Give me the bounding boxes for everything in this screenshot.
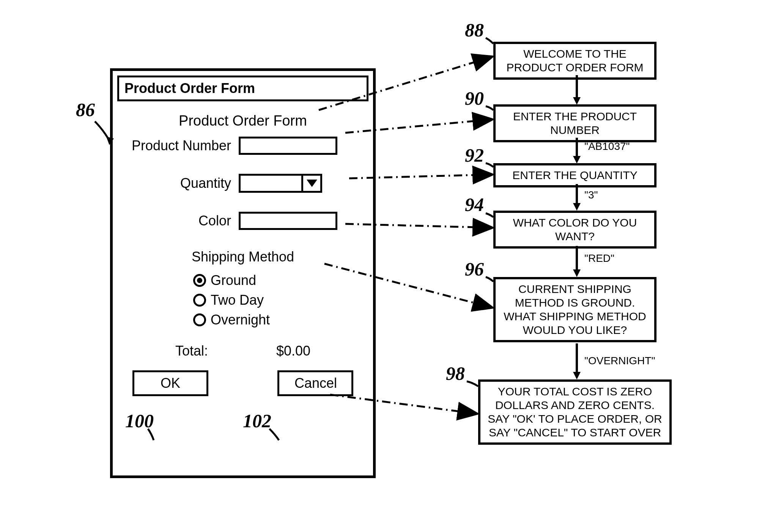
flow-step-6: YOUR TOTAL COST IS ZERO DOLLARS AND ZERO… bbox=[478, 379, 672, 445]
arrow-label-ab1037: "AB1037" bbox=[584, 140, 630, 153]
callout-98: 98 bbox=[446, 362, 465, 384]
flow-arrow bbox=[573, 343, 581, 379]
flow-step-3: ENTER THE QUANTITY bbox=[493, 163, 656, 187]
svg-marker-10 bbox=[573, 372, 581, 379]
callout-96: 96 bbox=[465, 258, 484, 280]
callout-100: 100 bbox=[125, 410, 154, 432]
svg-marker-0 bbox=[307, 179, 317, 187]
arrow-label-red: "RED" bbox=[584, 252, 614, 264]
radio-ground[interactable]: Ground bbox=[193, 272, 368, 288]
arrow-label-3: "3" bbox=[584, 189, 598, 201]
flow-step-2: ENTER THE PRODUCT NUMBER bbox=[493, 104, 656, 142]
chevron-down-icon[interactable] bbox=[301, 176, 320, 191]
shipping-method-group: Ground Two Day Overnight bbox=[117, 272, 368, 328]
title-bar: Product Order Form bbox=[117, 76, 368, 101]
product-number-label: Product Number bbox=[117, 138, 231, 154]
flow-step-4: WHAT COLOR DO YOU WANT? bbox=[493, 211, 656, 249]
flow-step-5: CURRENT SHIPPING METHOD IS GROUND. WHAT … bbox=[493, 277, 656, 342]
arrow-label-overnight: "OVERNIGHT" bbox=[584, 355, 655, 367]
svg-marker-6 bbox=[573, 203, 581, 211]
callout-90: 90 bbox=[465, 87, 484, 109]
radio-label: Overnight bbox=[211, 312, 270, 328]
callout-86: 86 bbox=[76, 99, 95, 121]
radio-icon bbox=[193, 313, 206, 326]
product-number-input[interactable] bbox=[239, 137, 337, 155]
cancel-button[interactable]: Cancel bbox=[277, 370, 353, 396]
svg-marker-2 bbox=[573, 97, 581, 105]
radio-label: Ground bbox=[211, 272, 256, 288]
total-value: $0.00 bbox=[276, 343, 310, 359]
svg-marker-4 bbox=[573, 156, 581, 164]
svg-marker-8 bbox=[573, 269, 581, 277]
flow-step-1: WELCOME TO THE PRODUCT ORDER FORM bbox=[493, 42, 656, 80]
callout-92: 92 bbox=[465, 144, 484, 166]
callout-102: 102 bbox=[243, 410, 271, 432]
radio-overnight[interactable]: Overnight bbox=[193, 312, 368, 328]
radio-label: Two Day bbox=[211, 292, 264, 308]
callout-88: 88 bbox=[465, 19, 484, 41]
form-heading: Product Order Form bbox=[117, 113, 368, 129]
flow-arrow bbox=[573, 184, 581, 211]
radio-icon bbox=[193, 294, 206, 307]
flow-arrow bbox=[573, 246, 581, 277]
shipping-method-label: Shipping Method bbox=[117, 249, 368, 265]
radio-two-day[interactable]: Two Day bbox=[193, 292, 368, 308]
quantity-dropdown[interactable] bbox=[239, 174, 322, 193]
callout-94: 94 bbox=[465, 194, 484, 216]
color-label: Color bbox=[117, 213, 231, 229]
ok-button[interactable]: OK bbox=[132, 370, 208, 396]
quantity-label: Quantity bbox=[117, 175, 231, 191]
radio-icon bbox=[193, 274, 206, 287]
color-input[interactable] bbox=[239, 212, 337, 230]
total-label: Total: bbox=[175, 343, 208, 359]
